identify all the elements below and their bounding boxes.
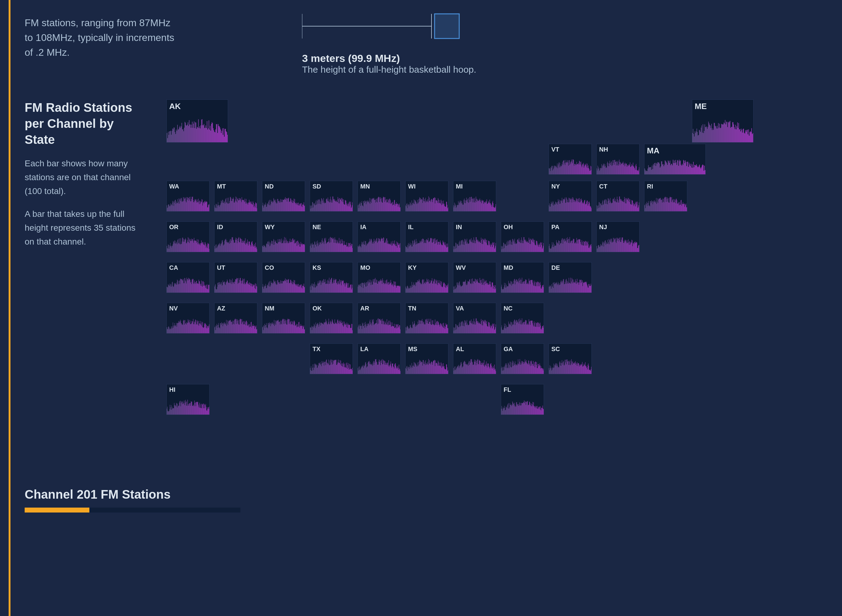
svg-rect-3597 [254, 329, 255, 333]
chart-svg-ct [597, 190, 639, 211]
svg-rect-3218 [507, 286, 508, 293]
svg-rect-3528 [225, 324, 225, 333]
svg-rect-2112 [457, 244, 457, 252]
svg-rect-2524 [175, 283, 176, 293]
svg-rect-4051 [474, 319, 474, 333]
svg-rect-1470 [673, 202, 673, 211]
svg-rect-3249 [520, 284, 521, 293]
svg-rect-4897 [207, 411, 207, 415]
svg-rect-4079 [486, 321, 486, 333]
svg-rect-1415 [649, 205, 650, 211]
svg-rect-535 [180, 199, 180, 211]
svg-rect-2460 [621, 242, 621, 252]
svg-rect-604 [215, 205, 215, 211]
svg-rect-77 [212, 122, 212, 142]
svg-rect-725 [271, 201, 272, 211]
svg-rect-1360 [621, 201, 621, 211]
svg-rect-3786 [345, 325, 346, 333]
state-label-md: MD [504, 264, 513, 271]
svg-rect-2518 [173, 286, 173, 293]
svg-rect-3137 [467, 281, 468, 293]
svg-rect-491 [698, 167, 699, 175]
svg-rect-1372 [626, 203, 626, 211]
svg-rect-1594 [206, 243, 206, 252]
svg-rect-216 [554, 166, 554, 175]
svg-rect-2597 [207, 284, 207, 293]
svg-rect-3286 [536, 282, 537, 293]
svg-rect-495 [701, 169, 701, 175]
svg-rect-3358 [572, 279, 573, 293]
svg-rect-4971 [530, 403, 530, 415]
svg-rect-313 [601, 168, 601, 175]
svg-rect-391 [634, 168, 635, 175]
svg-rect-1339 [612, 203, 612, 211]
svg-rect-3785 [345, 323, 345, 333]
svg-rect-679 [247, 204, 247, 211]
svg-rect-941 [374, 198, 374, 211]
svg-rect-3333 [561, 282, 562, 293]
svg-rect-1283 [583, 203, 583, 211]
svg-rect-2673 [244, 279, 245, 293]
svg-rect-2926 [367, 286, 368, 293]
svg-rect-3102 [448, 284, 448, 293]
svg-rect-1392 [635, 204, 635, 211]
svg-rect-3267 [528, 284, 529, 293]
svg-rect-3549 [234, 324, 234, 333]
svg-rect-359 [620, 162, 621, 175]
state-card-ok: OK [310, 303, 353, 334]
svg-rect-4274 [340, 364, 341, 374]
svg-rect-2186 [489, 241, 489, 252]
state-card-md: MD [501, 262, 544, 293]
chart-svg-nh [597, 153, 639, 175]
svg-rect-3617 [268, 323, 268, 333]
svg-rect-3171 [482, 279, 483, 293]
svg-rect-924 [366, 201, 367, 211]
svg-rect-4567 [481, 361, 481, 374]
svg-rect-1519 [173, 241, 173, 252]
svg-rect-2014 [410, 243, 410, 252]
svg-rect-4760 [573, 363, 573, 374]
svg-rect-2178 [485, 239, 486, 252]
svg-rect-2475 [627, 242, 627, 252]
svg-rect-157 [725, 120, 726, 142]
svg-rect-185 [742, 132, 743, 142]
svg-rect-1723 [270, 242, 271, 252]
svg-rect-88 [219, 126, 219, 142]
svg-rect-1864 [336, 240, 336, 252]
svg-rect-923 [366, 204, 366, 211]
svg-rect-4925 [510, 405, 510, 415]
svg-rect-2657 [237, 278, 238, 293]
svg-rect-1919 [364, 245, 364, 252]
svg-rect-4195 [540, 326, 541, 333]
svg-rect-3305 [549, 286, 550, 293]
svg-rect-3229 [512, 282, 512, 293]
svg-rect-243 [566, 160, 566, 175]
svg-rect-2342 [565, 241, 566, 252]
svg-rect-3519 [221, 325, 221, 333]
svg-rect-156 [724, 123, 725, 142]
svg-rect-1889 [347, 247, 347, 252]
svg-rect-2363 [575, 243, 575, 252]
svg-rect-2312 [552, 245, 553, 252]
svg-rect-4894 [206, 404, 206, 415]
svg-rect-485 [694, 165, 695, 175]
svg-rect-1881 [343, 245, 344, 252]
svg-rect-3509 [217, 324, 217, 333]
svg-rect-712 [266, 205, 266, 211]
svg-rect-4759 [573, 362, 573, 374]
svg-rect-1787 [298, 245, 298, 252]
svg-rect-4595 [492, 369, 493, 374]
svg-rect-2768 [290, 283, 290, 293]
svg-rect-3791 [348, 328, 348, 333]
svg-rect-2147 [472, 242, 472, 252]
svg-rect-125 [705, 127, 706, 142]
svg-rect-2515 [171, 286, 172, 293]
svg-rect-1396 [636, 202, 637, 211]
svg-rect-1367 [624, 202, 624, 211]
state-label-nd: ND [265, 183, 274, 190]
svg-rect-2388 [585, 241, 586, 252]
svg-rect-1849 [329, 243, 330, 252]
svg-rect-892 [348, 204, 348, 211]
svg-rect-1395 [636, 201, 636, 211]
svg-rect-43 [191, 128, 191, 142]
